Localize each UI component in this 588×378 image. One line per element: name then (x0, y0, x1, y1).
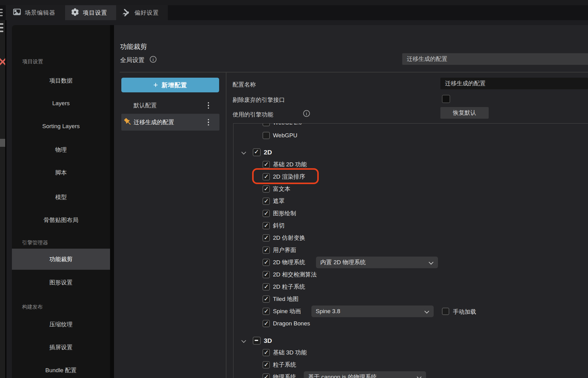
tab-project-settings[interactable]: 项目设置 (65, 5, 116, 20)
tree-row-ui[interactable]: 用户界面 (233, 246, 588, 254)
sidebar-item-model[interactable]: 模型 (12, 193, 110, 201)
scene-icon (13, 8, 21, 17)
add-config-button[interactable]: + 新增配置 (121, 78, 219, 92)
config-item-default[interactable]: 默认配置 (121, 97, 219, 114)
tree-row-label: 遮罩 (273, 197, 285, 205)
chevron-down-icon[interactable] (242, 150, 245, 154)
tree-row-mask[interactable]: 遮罩 (233, 197, 588, 206)
tree-row-particle2d[interactable]: 2D 粒子系统 (233, 283, 588, 291)
checkbox[interactable] (263, 161, 270, 168)
checkbox[interactable] (263, 271, 270, 278)
menu-icon[interactable] (0, 15, 3, 16)
info-icon[interactable]: i (150, 56, 156, 63)
chevron-down-icon (417, 375, 421, 378)
physics2d-select-value: 内置 2D 物理系统 (320, 258, 366, 266)
checkbox[interactable] (263, 373, 270, 378)
settings-sidebar: 项目设置 项目数据 Layers Sorting Layers 物理 脚本 模型… (12, 25, 110, 378)
tree-row-2d-sorting[interactable]: 2D 渲染排序 (233, 172, 588, 181)
editor-tab-bar: 场景编辑器 项目设置 (0, 5, 588, 20)
global-config-select-value: 迁移生成的配置 (407, 55, 447, 63)
checkbox[interactable] (263, 361, 270, 369)
checkbox[interactable] (263, 283, 270, 291)
sidebar-item-scripts[interactable]: 脚本 (12, 169, 110, 177)
tree-row-particle3d[interactable]: 粒子系统 (233, 361, 588, 369)
tree-row-label: 2D 仿射变换 (273, 234, 305, 242)
checkbox[interactable] (263, 320, 270, 327)
tree-row-label: 2D 物理系统 (273, 258, 305, 266)
chevron-down-icon (429, 261, 433, 264)
kebab-menu-icon[interactable] (208, 119, 209, 126)
close-icon[interactable] (0, 56, 5, 68)
tree-row-intersect2d[interactable]: 2D 相交检测算法 (233, 270, 588, 279)
tree-row-webgl2[interactable]: WebGL 2.0 (233, 123, 588, 127)
manual-load-checkbox[interactable] (442, 308, 449, 315)
global-config-select[interactable]: 迁移生成的配置 (402, 53, 588, 65)
info-icon[interactable]: i (303, 110, 310, 117)
physics2d-select[interactable]: 内置 2D 物理系统 (316, 257, 438, 268)
checkbox[interactable] (263, 123, 270, 126)
tree-row-dragonbones[interactable]: Dragon Bones (233, 319, 588, 328)
sidebar-item-bundle-config[interactable]: Bundle 配置 (12, 366, 110, 374)
sidebar-item-skeleton-layout[interactable]: 骨骼贴图布局 (12, 216, 110, 224)
tree-row-label: 斜切 (273, 222, 285, 230)
hamburger-icon[interactable] (0, 27, 3, 28)
tree-row-label: Spine 动画 (273, 307, 301, 315)
checkbox[interactable] (263, 198, 270, 205)
sidebar-item-splash-settings[interactable]: 插屏设置 (12, 343, 110, 351)
engine-feature-tree: WebGL 2.0 WebGPU 2D 基础 2D 功能 2D 渲染排序 富文本… (233, 123, 588, 378)
menu-icon[interactable] (0, 12, 3, 13)
tree-row-3d[interactable]: 3D (233, 336, 588, 346)
tree-row-affine[interactable]: 2D 仿射变换 (233, 234, 588, 242)
tree-row-base3d[interactable]: 基础 3D 功能 (233, 348, 588, 357)
tab-preferences[interactable]: 偏好设置 (116, 5, 168, 20)
tree-row-graphics[interactable]: 图形绘制 (233, 209, 588, 218)
sidebar-item-project-data[interactable]: 项目数据 (12, 77, 110, 85)
sidebar-item-layers[interactable]: Layers (12, 100, 110, 107)
checkbox[interactable] (263, 132, 270, 139)
checkbox[interactable] (253, 337, 261, 345)
config-name-input[interactable]: 迁移生成的配置 (440, 78, 588, 89)
checkbox[interactable] (263, 259, 270, 266)
strip-deprecated-checkbox[interactable] (442, 95, 450, 103)
sidebar-item-graphics-settings[interactable]: 图形设置 (12, 279, 110, 287)
sidebar-item-sorting-layers[interactable]: Sorting Layers (12, 123, 110, 130)
header-separator (120, 72, 588, 72)
tab-scene-editor[interactable]: 场景编辑器 (6, 5, 65, 20)
config-name-label: 配置名称 (233, 81, 256, 89)
panel-seam (110, 25, 114, 378)
tab-label: 场景编辑器 (25, 9, 55, 17)
checkbox[interactable] (263, 295, 270, 303)
checkbox[interactable] (263, 185, 270, 193)
tree-row-label: 2D 相交检测算法 (273, 271, 317, 279)
tree-row-2d[interactable]: 2D (233, 147, 588, 157)
checkbox[interactable] (263, 349, 270, 356)
checkbox[interactable] (263, 210, 270, 217)
tree-row-richtext[interactable]: 富文本 (233, 185, 588, 193)
hamburger-icon[interactable] (0, 23, 3, 25)
tree-row-base2d[interactable]: 基础 2D 功能 (233, 160, 588, 169)
physics3d-select-value: 基于 cannon.js 的物理系统 (308, 373, 377, 378)
tree-row-tiledmap[interactable]: Tiled 地图 (233, 295, 588, 303)
tree-row-webgpu[interactable]: WebGPU (233, 131, 588, 140)
reset-default-button[interactable]: 恢复默认 (440, 107, 489, 119)
sidebar-item-feature-crop[interactable]: 功能裁剪 (12, 255, 110, 263)
checkbox[interactable] (263, 308, 270, 315)
config-item-migrated[interactable]: 迁移生成的配置 (121, 114, 219, 131)
checkbox[interactable] (253, 148, 261, 156)
checkbox[interactable] (263, 246, 270, 254)
tree-row-skew[interactable]: 斜切 (233, 221, 588, 230)
checkbox[interactable] (263, 173, 270, 180)
checkbox[interactable] (263, 234, 270, 242)
spine-version-select[interactable]: Spine 3.8 (311, 306, 434, 317)
spine-version-value: Spine 3.8 (316, 308, 340, 315)
chevron-down-icon[interactable] (242, 339, 245, 342)
checkbox[interactable] (263, 222, 270, 229)
kebab-menu-icon[interactable] (208, 102, 209, 109)
tree-row-label: 基础 2D 功能 (273, 161, 307, 169)
physics3d-select[interactable]: 基于 cannon.js 的物理系统 (304, 371, 426, 378)
sidebar-item-texture-compress[interactable]: 压缩纹理 (12, 321, 110, 328)
menu-icon[interactable] (0, 9, 3, 10)
config-name-value: 迁移生成的配置 (445, 80, 486, 87)
sidebar-item-physics[interactable]: 物理 (12, 146, 110, 154)
hamburger-icon[interactable] (0, 31, 3, 32)
